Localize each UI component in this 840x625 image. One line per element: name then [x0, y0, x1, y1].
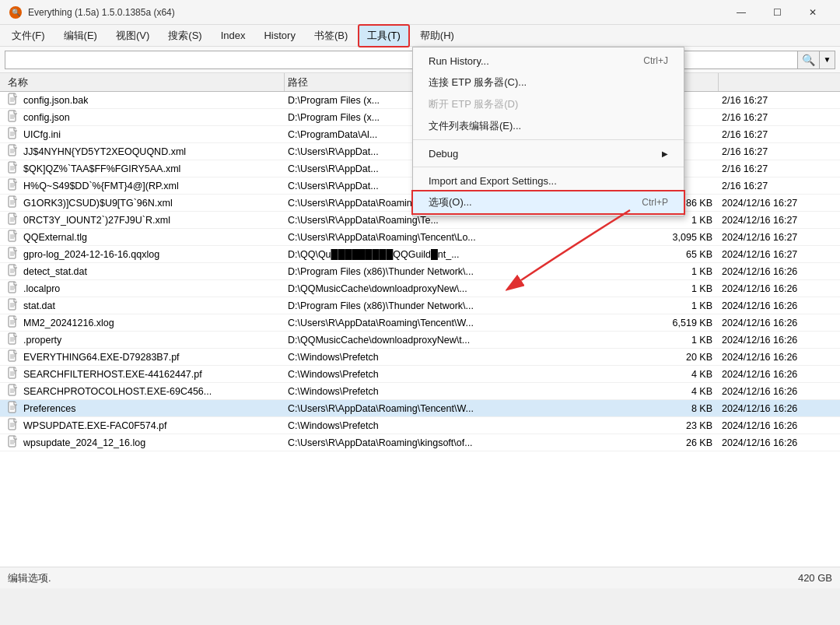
disk-space: 420 GB	[798, 572, 832, 584]
file-date: 2024/12/16 16:26	[719, 369, 835, 380]
file-icon	[8, 195, 19, 210]
table-row[interactable]: WPSUPDATE.EXE-FAC0F574.pfC:\Windows\Pref…	[0, 417, 840, 434]
table-row[interactable]: SEARCHPROTOCOLHOST.EXE-69C456...C:\Windo…	[0, 383, 840, 400]
file-icon	[8, 435, 19, 450]
status-text: 编辑选项.	[8, 571, 51, 585]
file-icon	[8, 349, 19, 364]
menu-item-debug[interactable]: Debug	[413, 142, 684, 164]
menu-item-label: Run History...	[429, 55, 643, 67]
file-date: 2/16 16:27	[719, 181, 835, 191]
menu-item-connect-etp[interactable]: 连接 ETP 服务器(C)...	[413, 72, 684, 93]
file-date: 2024/12/16 16:26	[719, 386, 835, 397]
menu-edit[interactable]: 编辑(E)	[55, 25, 106, 47]
table-row[interactable]: EVERYTHING64.EXE-D79283B7.pfC:\Windows\P…	[0, 349, 840, 366]
file-icon	[8, 384, 19, 399]
file-name: Preferences	[23, 403, 75, 414]
table-row[interactable]: MM2_20241216.xlogC:\Users\R\AppData\Roam…	[0, 314, 840, 332]
status-bar: 编辑选项. 420 GB	[0, 567, 840, 588]
search-dropdown-button[interactable]: ▼	[820, 51, 835, 69]
file-icon	[8, 178, 19, 193]
minimize-button[interactable]: —	[723, 0, 759, 25]
col-date[interactable]	[719, 73, 835, 91]
file-date: 2024/12/16 16:27	[719, 215, 835, 226]
table-row[interactable]: .propertyD:\QQMusicCache\downloadproxyNe…	[0, 332, 840, 349]
file-size: 23 KB	[649, 420, 719, 431]
file-date: 2024/12/16 16:26	[719, 318, 835, 328]
file-icon	[8, 315, 19, 330]
menu-item-label: 断开 ETP 服务器(D)	[429, 97, 668, 111]
menu-item-label: 连接 ETP 服务器(C)...	[429, 75, 668, 90]
file-icon	[8, 264, 19, 279]
file-icon	[8, 281, 19, 296]
menu-file[interactable]: 文件(F)	[3, 25, 54, 47]
file-size: 8 KB	[649, 403, 719, 414]
table-row[interactable]: SEARCHFILTERHOST.EXE-44162447.pfC:\Windo…	[0, 366, 840, 383]
table-row[interactable]: detect_stat.datD:\Program Files (x86)\Th…	[0, 263, 840, 280]
file-size: 4 KB	[649, 369, 719, 380]
file-date: 2/16 16:27	[719, 146, 835, 157]
file-size: 3,095 KB	[649, 232, 719, 243]
file-name: QQExternal.tlg	[23, 232, 87, 243]
file-date: 2024/12/16 16:26	[719, 437, 835, 448]
file-name: SEARCHFILTERHOST.EXE-44162447.pf	[23, 369, 202, 380]
file-date: 2024/12/16 16:26	[719, 300, 835, 311]
search-button[interactable]: 🔍	[798, 51, 820, 69]
table-row[interactable]: gpro-log_2024-12-16-16.qqxlogD:\QQ\Qu███…	[0, 246, 840, 263]
menu-item-file-list-editor[interactable]: 文件列表编辑器(E)...	[413, 115, 684, 137]
table-row[interactable]: wpsupdate_2024_12_16.logC:\Users\R\AppDa…	[0, 434, 840, 451]
file-date: 2024/12/16 16:26	[719, 420, 835, 431]
file-name: config.json	[23, 112, 70, 123]
table-row[interactable]: PreferencesC:\Users\R\AppData\Roaming\Te…	[0, 400, 840, 417]
file-icon	[8, 418, 19, 433]
file-icon	[8, 247, 19, 262]
file-size: 65 KB	[649, 249, 719, 260]
file-path: D:\QQ\Qu█████████QQGuild█nt_...	[285, 249, 649, 260]
menu-search[interactable]: 搜索(S)	[159, 25, 210, 47]
file-name: 0RCT3Y_IOUNT2`)27FJ9U`R.xml	[23, 215, 170, 226]
file-icon	[8, 161, 19, 176]
file-name: gpro-log_2024-12-16-16.qqxlog	[23, 249, 159, 260]
file-date: 2024/12/16 16:27	[719, 198, 835, 209]
file-path: C:\Windows\Prefetch	[285, 386, 649, 397]
file-date: 2024/12/16 16:26	[719, 352, 835, 363]
menu-view[interactable]: 视图(V)	[107, 25, 158, 47]
file-name: UICfg.ini	[23, 129, 61, 140]
file-path: C:\Users\R\AppData\Roaming\Tencent\W...	[285, 318, 649, 328]
table-row[interactable]: QQExternal.tlgC:\Users\R\AppData\Roaming…	[0, 229, 840, 246]
file-size: 1 KB	[649, 335, 719, 346]
file-name: SEARCHPROTOCOLHOST.EXE-69C456...	[23, 386, 212, 397]
file-name: H%Q~S49$DD`%{FMT}4@](RP.xml	[23, 181, 179, 191]
file-size: 20 KB	[649, 352, 719, 363]
menu-tools[interactable]: 工具(T)	[358, 24, 410, 47]
file-path: D:\Program Files (x86)\Thunder Network\.…	[285, 300, 649, 311]
table-row[interactable]: .localproD:\QQMusicCache\downloadproxyNe…	[0, 280, 840, 297]
menu-help[interactable]: 帮助(H)	[411, 25, 463, 47]
file-date: 2024/12/16 16:26	[719, 403, 835, 414]
file-size: 1 KB	[649, 283, 719, 294]
file-path: C:\Users\R\AppData\Roaming\kingsoft\of..…	[285, 437, 649, 448]
file-icon	[8, 212, 19, 227]
menu-index[interactable]: Index	[212, 26, 254, 45]
close-button[interactable]: ✕	[795, 0, 831, 25]
file-size: 26 KB	[649, 437, 719, 448]
file-path: C:\Users\R\AppData\Roaming\Tencent\Lo...	[285, 232, 649, 243]
menu-item-import-export[interactable]: Import and Export Settings...	[413, 170, 684, 191]
table-row[interactable]: stat.datD:\Program Files (x86)\Thunder N…	[0, 297, 840, 314]
menu-separator	[413, 139, 684, 140]
menu-history[interactable]: History	[255, 26, 303, 45]
menu-item-run-history[interactable]: Run History...Ctrl+J	[413, 50, 684, 72]
menu-bar: 文件(F) 编辑(E) 视图(V) 搜索(S) Index History 书签…	[0, 25, 840, 47]
file-date: 2024/12/16 16:26	[719, 335, 835, 346]
file-name: MM2_20241216.xlog	[23, 318, 114, 328]
file-path: C:\Windows\Prefetch	[285, 369, 649, 380]
file-date: 2/16 16:27	[719, 112, 835, 123]
app-icon: 🔍	[9, 6, 22, 19]
col-name[interactable]: 名称	[5, 73, 285, 91]
maximize-button[interactable]: ☐	[759, 0, 795, 25]
file-date: 2/16 16:27	[719, 129, 835, 140]
menu-bookmarks[interactable]: 书签(B)	[306, 25, 356, 47]
file-size: 1 KB	[649, 266, 719, 277]
menu-item-options[interactable]: 选项(O)...Ctrl+P	[413, 191, 684, 213]
menu-item-shortcut: Ctrl+P	[642, 197, 668, 208]
file-icon	[8, 144, 19, 159]
